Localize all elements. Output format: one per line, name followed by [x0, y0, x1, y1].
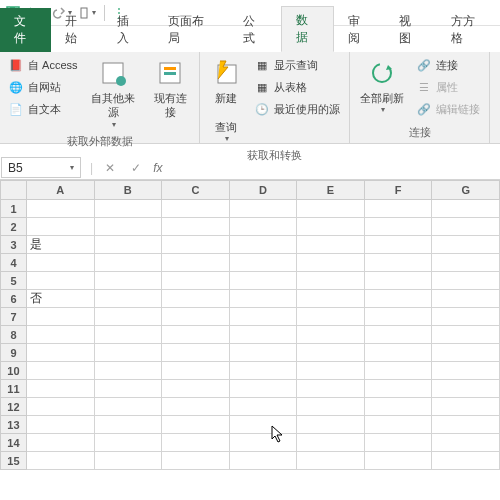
cell[interactable] [26, 416, 94, 434]
cell[interactable] [162, 452, 230, 470]
from-text-button[interactable]: 📄自文本 [4, 99, 82, 119]
cell[interactable] [162, 398, 230, 416]
cell[interactable] [94, 398, 162, 416]
name-box[interactable]: B5▾ [1, 157, 81, 178]
from-web-button[interactable]: 🌐自网站 [4, 77, 82, 97]
cell[interactable] [162, 200, 230, 218]
cell[interactable] [229, 326, 297, 344]
cell[interactable] [229, 380, 297, 398]
cell[interactable] [26, 362, 94, 380]
edit-links-button[interactable]: 🔗编辑链接 [412, 99, 484, 119]
cell[interactable] [26, 272, 94, 290]
cell[interactable] [94, 326, 162, 344]
row-header[interactable]: 8 [1, 326, 27, 344]
cell[interactable] [26, 308, 94, 326]
cell[interactable] [26, 380, 94, 398]
cell[interactable] [94, 380, 162, 398]
tab-file[interactable]: 文件 [0, 8, 51, 52]
row-header[interactable]: 5 [1, 272, 27, 290]
cell[interactable] [297, 308, 365, 326]
cell[interactable] [162, 326, 230, 344]
tab-formulas[interactable]: 公式 [229, 8, 280, 52]
from-table-button[interactable]: ▦从表格 [250, 77, 344, 97]
col-header[interactable]: C [162, 181, 230, 200]
row-header[interactable]: 6 [1, 290, 27, 308]
cell[interactable] [162, 218, 230, 236]
cell[interactable] [364, 434, 432, 452]
cell[interactable] [432, 290, 500, 308]
cell[interactable] [432, 236, 500, 254]
refresh-all-button[interactable]: 全部刷新▾ [354, 55, 410, 118]
cell[interactable] [364, 326, 432, 344]
cell[interactable] [432, 434, 500, 452]
cell[interactable] [26, 254, 94, 272]
cell[interactable] [229, 200, 297, 218]
cancel-icon[interactable]: ✕ [101, 161, 119, 175]
cell[interactable] [432, 362, 500, 380]
cell[interactable] [364, 344, 432, 362]
tab-insert[interactable]: 插入 [103, 8, 154, 52]
cell[interactable] [297, 398, 365, 416]
connections-button[interactable]: 🔗连接 [412, 55, 484, 75]
row-header[interactable]: 2 [1, 218, 27, 236]
cell[interactable] [229, 272, 297, 290]
cell[interactable] [162, 272, 230, 290]
row-header[interactable]: 7 [1, 308, 27, 326]
from-other-button[interactable]: 自其他来源▾ [84, 55, 143, 132]
cell[interactable] [94, 416, 162, 434]
cell[interactable] [364, 254, 432, 272]
cell[interactable] [94, 308, 162, 326]
cell[interactable] [94, 452, 162, 470]
cell[interactable] [26, 326, 94, 344]
cell[interactable] [26, 452, 94, 470]
cell[interactable] [297, 218, 365, 236]
cell[interactable] [26, 218, 94, 236]
cell[interactable] [162, 434, 230, 452]
cell[interactable] [162, 416, 230, 434]
cell[interactable] [432, 398, 500, 416]
cell[interactable] [229, 218, 297, 236]
cell[interactable] [364, 416, 432, 434]
col-header[interactable]: F [364, 181, 432, 200]
select-all-corner[interactable] [1, 181, 27, 200]
cell[interactable] [162, 344, 230, 362]
cell[interactable] [94, 236, 162, 254]
cell[interactable] [94, 218, 162, 236]
cell[interactable] [432, 254, 500, 272]
properties-button[interactable]: ☰属性 [412, 77, 484, 97]
tab-view[interactable]: 视图 [385, 8, 436, 52]
row-header[interactable]: 10 [1, 362, 27, 380]
cell[interactable] [26, 434, 94, 452]
new-query-button[interactable]: 新建查询▾ [204, 55, 248, 146]
cell[interactable] [364, 362, 432, 380]
cell[interactable] [297, 416, 365, 434]
cell[interactable] [297, 200, 365, 218]
cell[interactable] [364, 380, 432, 398]
tab-data[interactable]: 数据 [281, 6, 334, 52]
cell[interactable] [432, 416, 500, 434]
cell[interactable] [364, 272, 432, 290]
cell[interactable] [297, 236, 365, 254]
cell[interactable] [162, 362, 230, 380]
cell[interactable] [364, 308, 432, 326]
cell[interactable] [297, 254, 365, 272]
cell[interactable]: 否 [26, 290, 94, 308]
cell[interactable] [297, 362, 365, 380]
cell[interactable] [229, 344, 297, 362]
cell[interactable] [94, 200, 162, 218]
row-header[interactable]: 12 [1, 398, 27, 416]
cell[interactable] [162, 254, 230, 272]
cell[interactable] [364, 236, 432, 254]
cell[interactable] [297, 380, 365, 398]
cell[interactable] [364, 398, 432, 416]
row-header[interactable]: 13 [1, 416, 27, 434]
cell[interactable] [94, 344, 162, 362]
cell[interactable] [26, 200, 94, 218]
cell[interactable] [432, 452, 500, 470]
cell[interactable] [297, 452, 365, 470]
cell[interactable] [162, 290, 230, 308]
row-header[interactable]: 3 [1, 236, 27, 254]
cell[interactable] [26, 344, 94, 362]
cell[interactable] [432, 272, 500, 290]
col-header[interactable]: E [297, 181, 365, 200]
